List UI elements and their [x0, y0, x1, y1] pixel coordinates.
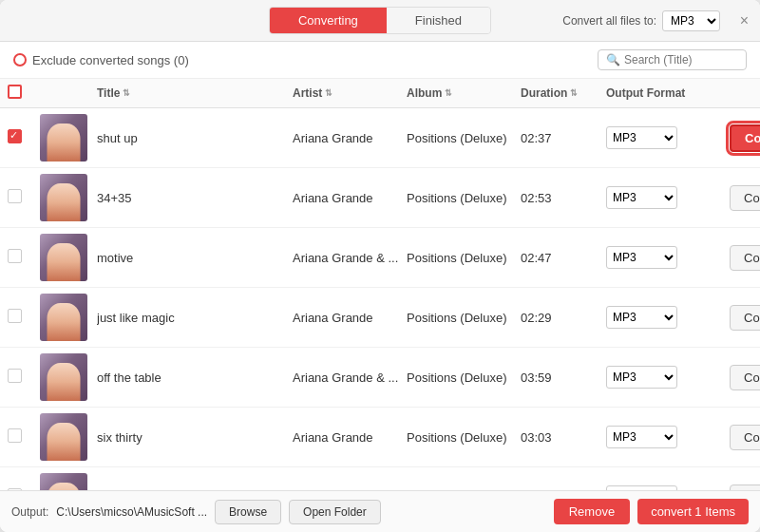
convert-all-label: Convert all files to: [562, 14, 656, 28]
header-checkbox-cell [8, 85, 40, 102]
remove-button[interactable]: Remove [554, 499, 630, 524]
track-album: Positions (Deluxe) [407, 370, 521, 385]
track-thumbnail [40, 234, 87, 281]
exclude-section: Exclude converted songs (0) [13, 53, 189, 67]
track-album: Positions (Deluxe) [407, 311, 521, 325]
output-label: Output: [11, 505, 48, 519]
format-dropdown[interactable]: MP3AACFLAC [606, 306, 677, 329]
track-title: shut up [97, 131, 293, 145]
format-dropdown[interactable]: MP3AACFLAC [606, 426, 677, 448]
duration-sort-icon[interactable]: ⇅ [570, 88, 578, 98]
header-album: Album ⇅ [407, 86, 521, 100]
row-checkbox[interactable] [8, 249, 22, 263]
convert-button[interactable]: Convert [730, 124, 760, 152]
close-button[interactable]: × [740, 13, 749, 28]
open-folder-button[interactable]: Open Folder [289, 500, 381, 524]
table-header: Title ⇅ Artist ⇅ Album ⇅ Duration ⇅ Outp… [0, 79, 760, 108]
main-window: Converting Finished Convert all files to… [0, 0, 760, 532]
row-checkbox[interactable] [8, 488, 22, 490]
track-album: Positions (Deluxe) [407, 191, 521, 205]
convert-button[interactable]: Convert [730, 305, 760, 331]
table-row: motive Ariana Grande & ... Positions (De… [0, 228, 760, 288]
tab-finished[interactable]: Finished [387, 8, 490, 33]
format-dropdown[interactable]: MP3AACFLAC [606, 246, 677, 269]
track-title: just like magic [97, 311, 293, 325]
track-thumbnail [40, 114, 87, 162]
browse-button[interactable]: Browse [215, 500, 281, 524]
format-dropdown[interactable]: MP3AACFLAC [606, 126, 677, 149]
row-checkbox-cell [8, 249, 40, 266]
convert-button[interactable]: Convert [730, 185, 760, 211]
row-checkbox-cell [8, 129, 40, 146]
table-row: just like magic Ariana Grande Positions … [0, 288, 760, 348]
table-row: 34+35 Ariana Grande Positions (Deluxe) 0… [0, 168, 760, 228]
title-sort-icon[interactable]: ⇅ [123, 88, 130, 98]
table-row: safety net (feat. Ty ... Ariana Grande P… [0, 467, 760, 490]
row-checkbox[interactable] [8, 309, 22, 323]
track-thumbnail [40, 413, 87, 461]
track-duration: 03:03 [521, 430, 606, 445]
row-checkbox[interactable] [8, 369, 22, 383]
track-artist: Ariana Grande [293, 430, 407, 445]
format-select-cell: MP3AACFLAC [606, 126, 730, 149]
row-checkbox-cell [8, 369, 40, 386]
convert-all-format-select[interactable]: MP3 AAC FLAC WAV [662, 10, 720, 31]
track-thumbnail [40, 294, 87, 341]
track-thumbnail [40, 174, 87, 221]
convert-button[interactable]: Convert [730, 425, 760, 450]
track-duration: 02:37 [521, 131, 606, 145]
table-row: six thirty Ariana Grande Positions (Delu… [0, 408, 760, 467]
table-row: shut up Ariana Grande Positions (Deluxe)… [0, 108, 760, 168]
track-duration: 02:53 [521, 191, 606, 205]
track-album: Positions (Deluxe) [407, 251, 521, 265]
album-sort-icon[interactable]: ⇅ [445, 88, 452, 98]
track-title: off the table [97, 370, 293, 385]
format-select-cell: MP3AACFLAC [606, 366, 730, 389]
track-title: motive [97, 251, 293, 265]
convert-items-button[interactable]: convert 1 Items [637, 499, 749, 524]
track-duration: 02:29 [521, 311, 606, 325]
track-album: Positions (Deluxe) [407, 131, 521, 145]
search-icon: 🔍 [606, 53, 620, 66]
header-title: Title ⇅ [97, 86, 293, 100]
title-bar: Converting Finished Convert all files to… [0, 0, 760, 42]
tab-converting[interactable]: Converting [270, 8, 387, 33]
search-box[interactable]: 🔍 [598, 49, 747, 70]
convert-button-wrapper: Convert [730, 124, 760, 152]
track-duration: 02:47 [521, 251, 606, 265]
convert-button[interactable]: Convert [730, 365, 760, 390]
row-checkbox-cell [8, 428, 40, 446]
format-select-cell: MP3AACFLAC [606, 306, 730, 329]
select-all-checkbox[interactable] [8, 85, 22, 99]
header-output-format: Output Format [606, 86, 730, 100]
convert-all-section: Convert all files to: MP3 AAC FLAC WAV [562, 10, 726, 31]
row-checkbox[interactable] [8, 189, 22, 203]
track-thumbnail [40, 353, 87, 401]
row-checkbox-cell [8, 309, 40, 326]
table-body: shut up Ariana Grande Positions (Deluxe)… [0, 108, 760, 490]
row-checkbox[interactable] [8, 129, 22, 143]
exclude-label-text: Exclude converted songs (0) [32, 53, 189, 67]
tab-group: Converting Finished [269, 7, 491, 34]
track-artist: Ariana Grande [293, 311, 407, 325]
footer: Output: C:\Users\micso\AMusicSoft ... Br… [0, 490, 760, 532]
format-select-cell: MP3AACFLAC [606, 426, 730, 448]
row-checkbox[interactable] [8, 428, 22, 443]
toolbar: Exclude converted songs (0) 🔍 [0, 42, 760, 79]
format-select-cell: MP3AACFLAC [606, 186, 730, 209]
track-artist: Ariana Grande [293, 191, 407, 205]
format-dropdown[interactable]: MP3AACFLAC [606, 366, 677, 389]
search-input[interactable] [624, 53, 738, 66]
track-duration: 03:59 [521, 370, 606, 385]
track-artist: Ariana Grande & ... [293, 370, 407, 385]
header-artist: Artist ⇅ [293, 86, 407, 100]
format-dropdown[interactable]: MP3AACFLAC [606, 186, 677, 209]
track-thumbnail [40, 473, 87, 490]
track-title: 34+35 [97, 191, 293, 205]
convert-button[interactable]: Convert [730, 245, 760, 271]
track-artist: Ariana Grande & ... [293, 251, 407, 265]
track-title: six thirty [97, 430, 293, 445]
artist-sort-icon[interactable]: ⇅ [325, 88, 332, 98]
exclude-icon [13, 53, 27, 66]
row-checkbox-cell [8, 189, 40, 206]
